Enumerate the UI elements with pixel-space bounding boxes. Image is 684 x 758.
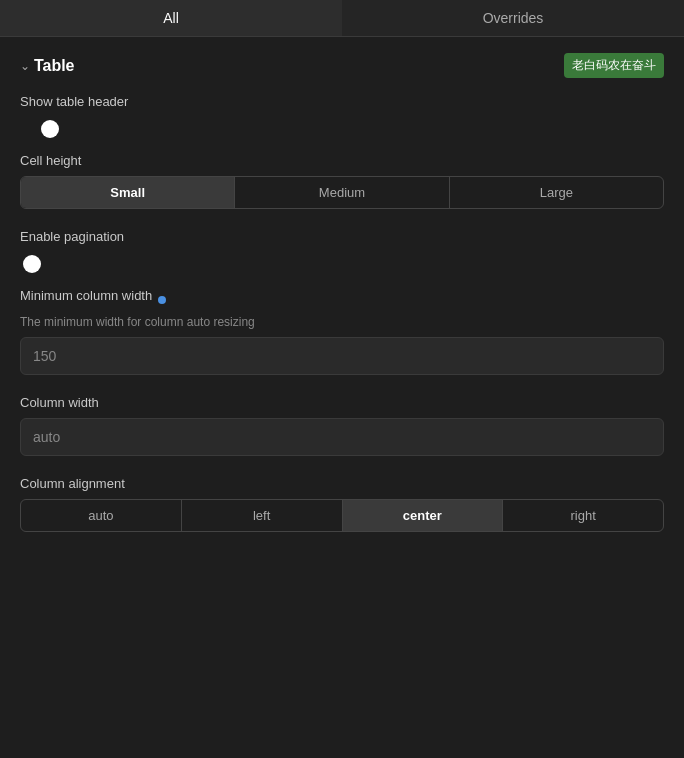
modified-indicator	[158, 296, 166, 304]
column-width-input[interactable]	[20, 418, 664, 456]
cell-height-field: Cell height Small Medium Large	[20, 153, 664, 209]
minimum-column-width-field: Minimum column width The minimum width f…	[20, 288, 664, 375]
minimum-column-width-label: Minimum column width	[20, 288, 152, 303]
column-width-field: Column width	[20, 395, 664, 456]
column-alignment-field: Column alignment auto left center right	[20, 476, 664, 532]
content-area: ⌄ Table 老白码农在奋斗 Show table header Cell h…	[0, 37, 684, 568]
enable-pagination-label: Enable pagination	[20, 229, 664, 244]
cell-height-large[interactable]: Large	[449, 177, 663, 208]
cell-height-medium[interactable]: Medium	[234, 177, 448, 208]
column-alignment-auto[interactable]: auto	[21, 500, 181, 531]
enable-pagination-field: Enable pagination	[20, 229, 664, 268]
column-width-label: Column width	[20, 395, 664, 410]
column-alignment-right[interactable]: right	[502, 500, 663, 531]
show-table-header-field: Show table header	[20, 94, 664, 133]
cell-height-label: Cell height	[20, 153, 664, 168]
tab-overrides[interactable]: Overrides	[342, 0, 684, 36]
tab-bar: All Overrides	[0, 0, 684, 37]
column-alignment-center[interactable]: center	[342, 500, 503, 531]
section-header: ⌄ Table 老白码农在奋斗	[20, 53, 664, 78]
tab-all[interactable]: All	[0, 0, 342, 36]
chevron-down-icon[interactable]: ⌄	[20, 59, 30, 73]
column-alignment-left[interactable]: left	[181, 500, 342, 531]
minimum-column-width-sublabel: The minimum width for column auto resizi…	[20, 315, 664, 329]
watermark-badge: 老白码农在奋斗	[564, 53, 664, 78]
toggle-thumb	[23, 255, 41, 273]
minimum-column-width-label-row: Minimum column width	[20, 288, 664, 311]
toggle-thumb	[41, 120, 59, 138]
show-table-header-label: Show table header	[20, 94, 664, 109]
column-alignment-button-group: auto left center right	[20, 499, 664, 532]
section-title: Table	[34, 57, 75, 75]
minimum-column-width-input[interactable]	[20, 337, 664, 375]
cell-height-small[interactable]: Small	[21, 177, 234, 208]
column-alignment-label: Column alignment	[20, 476, 664, 491]
cell-height-button-group: Small Medium Large	[20, 176, 664, 209]
